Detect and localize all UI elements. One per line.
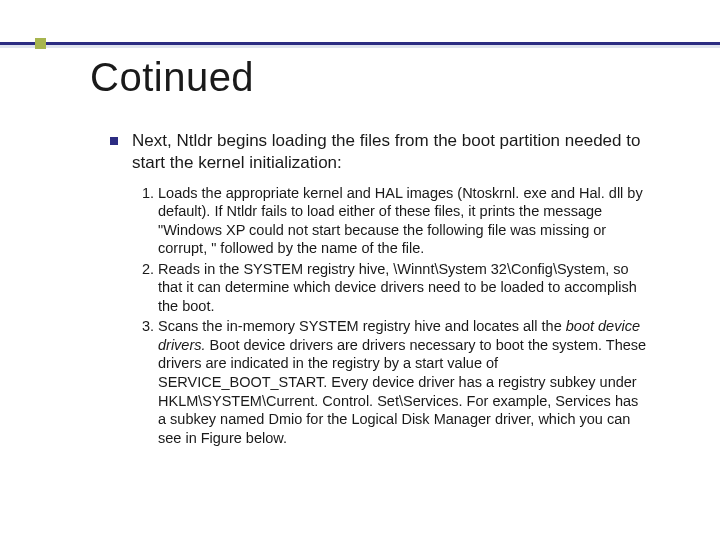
ordered-steps: Loads the appropriate kernel and HAL ima… (110, 184, 650, 448)
lead-bullet: Next, Ntldr begins loading the files fro… (110, 130, 650, 174)
accent-square-icon (35, 38, 46, 49)
square-bullet-icon (110, 137, 118, 145)
step-text: Reads in the SYSTEM registry hive, \Winn… (158, 261, 637, 314)
list-item: Loads the appropriate kernel and HAL ima… (158, 184, 650, 258)
slide: Cotinued Next, Ntldr begins loading the … (0, 0, 720, 540)
slide-title: Cotinued (90, 55, 254, 100)
header-divider (0, 42, 720, 45)
slide-body: Next, Ntldr begins loading the files fro… (110, 130, 650, 449)
list-item: Reads in the SYSTEM registry hive, \Winn… (158, 260, 650, 316)
lead-text: Next, Ntldr begins loading the files fro… (132, 131, 640, 172)
list-item: Scans the in-memory SYSTEM registry hive… (158, 317, 650, 447)
step-text-post: Boot device drivers are drivers necessar… (158, 337, 646, 446)
step-text-pre: Scans the in-memory SYSTEM registry hive… (158, 318, 566, 334)
step-text: Loads the appropriate kernel and HAL ima… (158, 185, 643, 257)
